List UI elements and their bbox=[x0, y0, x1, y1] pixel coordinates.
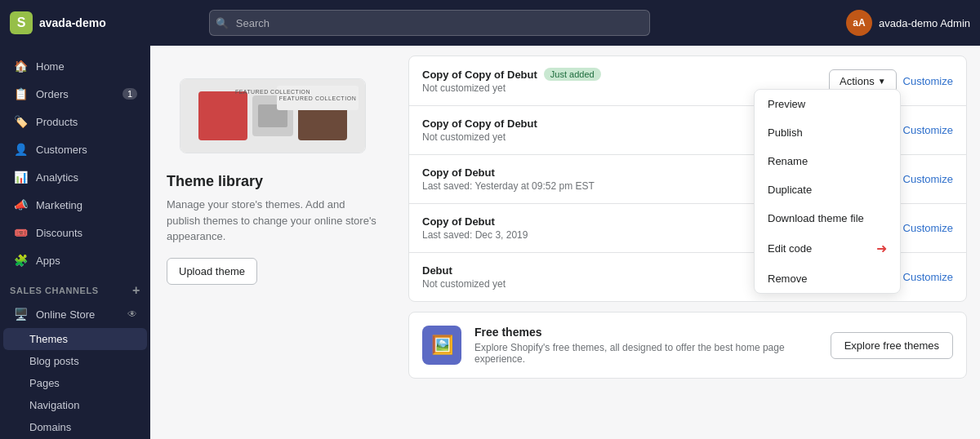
sidebar-item-customers[interactable]: 👤 Customers bbox=[3, 135, 147, 163]
free-themes-text: Free themes Explore Shopify's free theme… bbox=[474, 326, 817, 365]
dropdown-item-remove[interactable]: Remove bbox=[755, 264, 900, 293]
free-themes-title: Free themes bbox=[474, 326, 817, 339]
top-nav: S avada-demo 🔍 aA avada-demo Admin bbox=[0, 0, 980, 46]
dropdown-item-publish[interactable]: Publish bbox=[755, 118, 900, 147]
theme-name-1: Copy of Copy of Debut Just added bbox=[422, 68, 601, 81]
theme-meta-3: Last saved: Yesterday at 09:52 pm EST bbox=[422, 180, 595, 192]
sales-channels-header: SALES CHANNELS + bbox=[0, 274, 150, 300]
online-store-icon: 🖥️ bbox=[13, 307, 28, 321]
right-panel: Copy of Copy of Debut Just added Not cus… bbox=[395, 46, 980, 439]
theme-library-title: Theme library bbox=[167, 173, 379, 190]
customize-link-3[interactable]: Customize bbox=[903, 173, 953, 185]
sidebar-subitem-pages[interactable]: Pages bbox=[3, 372, 147, 394]
sidebar-item-label: Online Store bbox=[36, 308, 95, 321]
sidebar: 🏠 Home 📋 Orders 1 🏷️ Products 👤 Customer… bbox=[0, 46, 150, 439]
left-panel: FEATURED COLLECTION FEATURED COLLECTION … bbox=[150, 46, 395, 439]
dropdown-item-rename[interactable]: Rename bbox=[755, 147, 900, 175]
user-area[interactable]: aA avada-demo Admin bbox=[846, 10, 970, 36]
theme-meta-1: Not customized yet bbox=[422, 82, 601, 94]
theme-actions-5: Customize bbox=[903, 271, 953, 283]
add-sales-channel-button[interactable]: + bbox=[132, 284, 140, 297]
theme-name-4: Copy of Debut bbox=[422, 215, 528, 228]
dropdown-item-download[interactable]: Download theme file bbox=[755, 204, 900, 233]
sidebar-item-label: Products bbox=[36, 116, 78, 128]
search-bar: 🔍 bbox=[209, 10, 650, 36]
sidebar-subitem-domains[interactable]: Domains bbox=[3, 416, 147, 438]
chevron-down-icon: ▼ bbox=[878, 77, 886, 86]
marketing-icon: 📣 bbox=[13, 197, 28, 212]
theme-meta-4: Last saved: Dec 3, 2019 bbox=[422, 229, 528, 241]
sidebar-item-label: Discounts bbox=[36, 227, 82, 239]
theme-name-3: Copy of Debut bbox=[422, 166, 595, 179]
sidebar-subitem-navigation[interactable]: Navigation bbox=[3, 394, 147, 416]
sidebar-item-label: Apps bbox=[36, 255, 60, 267]
orders-badge: 1 bbox=[122, 88, 137, 100]
user-name: avada-demo Admin bbox=[879, 17, 970, 29]
preview-thumb-1 bbox=[198, 91, 247, 140]
sidebar-item-analytics[interactable]: 📊 Analytics bbox=[3, 163, 147, 191]
theme-info-1: Copy of Copy of Debut Just added Not cus… bbox=[422, 68, 601, 94]
sidebar-subitem-blog-posts[interactable]: Blog posts bbox=[3, 350, 147, 372]
preview-header-label: FEATURED COLLECTION bbox=[235, 82, 310, 97]
sidebar-item-label: Marketing bbox=[36, 199, 82, 211]
theme-meta-2: Not customized yet bbox=[422, 131, 537, 143]
sidebar-item-label: Orders bbox=[36, 88, 69, 100]
dropdown-item-duplicate[interactable]: Duplicate bbox=[755, 175, 900, 204]
search-icon: 🔍 bbox=[216, 17, 229, 29]
upload-theme-button[interactable]: Upload theme bbox=[167, 258, 257, 285]
customers-icon: 👤 bbox=[13, 142, 28, 157]
theme-row-1: Copy of Copy of Debut Just added Not cus… bbox=[409, 56, 966, 106]
sidebar-item-apps[interactable]: 🧩 Apps bbox=[3, 246, 147, 274]
avatar: aA bbox=[846, 10, 872, 36]
products-icon: 🏷️ bbox=[13, 114, 28, 129]
analytics-icon: 📊 bbox=[13, 170, 28, 184]
sidebar-item-online-store[interactable]: 🖥️ Online Store 👁 bbox=[3, 300, 147, 328]
sidebar-item-discounts[interactable]: 🎟️ Discounts bbox=[3, 219, 147, 246]
sidebar-item-products[interactable]: 🏷️ Products bbox=[3, 108, 147, 135]
sidebar-item-label: Home bbox=[36, 60, 65, 73]
sub-item-label: Pages bbox=[29, 377, 60, 389]
themes-image-icon: 🖼️ bbox=[431, 335, 453, 356]
theme-actions-3: Customize bbox=[903, 173, 953, 185]
theme-info-5: Debut Not customized yet bbox=[422, 264, 506, 290]
sub-item-label: Themes bbox=[29, 333, 68, 345]
free-themes-description: Explore Shopify's free themes, all desig… bbox=[474, 342, 817, 365]
sidebar-item-marketing[interactable]: 📣 Marketing bbox=[3, 191, 147, 219]
sidebar-item-orders[interactable]: 📋 Orders 1 bbox=[3, 80, 147, 108]
theme-info-3: Copy of Debut Last saved: Yesterday at 0… bbox=[422, 166, 595, 192]
content-area: FEATURED COLLECTION FEATURED COLLECTION … bbox=[150, 46, 980, 439]
sub-item-label: Blog posts bbox=[29, 355, 79, 367]
sidebar-item-label: Analytics bbox=[36, 171, 78, 184]
arrow-icon: ➜ bbox=[876, 241, 887, 256]
main-layout: 🏠 Home 📋 Orders 1 🏷️ Products 👤 Customer… bbox=[0, 46, 980, 439]
dropdown-item-edit-code[interactable]: Edit code ➜ bbox=[755, 233, 900, 264]
apps-icon: 🧩 bbox=[13, 253, 28, 268]
theme-meta-5: Not customized yet bbox=[422, 278, 506, 290]
brand-name: avada-demo bbox=[39, 16, 106, 29]
theme-actions-4: Customize bbox=[903, 222, 953, 234]
theme-info-2: Copy of Copy of Debut Not customized yet bbox=[422, 118, 537, 143]
customize-link-4[interactable]: Customize bbox=[903, 222, 953, 234]
customize-link-5[interactable]: Customize bbox=[903, 271, 953, 283]
theme-actions-2: Customize bbox=[903, 124, 953, 136]
explore-free-themes-button[interactable]: Explore free themes bbox=[831, 332, 953, 359]
shopify-icon: S bbox=[10, 11, 33, 34]
sidebar-item-label: Customers bbox=[36, 144, 87, 156]
actions-dropdown-menu: Preview Publish Rename Duplicate Downloa bbox=[754, 89, 901, 294]
dropdown-item-preview[interactable]: Preview bbox=[755, 90, 900, 118]
just-added-badge: Just added bbox=[544, 68, 601, 81]
sidebar-item-home[interactable]: 🏠 Home bbox=[3, 52, 147, 80]
customize-link-1[interactable]: Customize bbox=[903, 75, 953, 87]
preview-image: FEATURED COLLECTION FEATURED COLLECTION bbox=[180, 79, 365, 153]
discounts-icon: 🎟️ bbox=[13, 225, 28, 240]
brand-logo[interactable]: S avada-demo bbox=[10, 11, 106, 34]
theme-preview-card: FEATURED COLLECTION FEATURED COLLECTION bbox=[180, 78, 366, 153]
search-input[interactable] bbox=[209, 10, 650, 36]
sidebar-subitem-themes[interactable]: Themes bbox=[3, 328, 147, 350]
customize-link-2[interactable]: Customize bbox=[903, 124, 953, 136]
theme-library-description: Manage your store's themes. Add and publ… bbox=[167, 197, 379, 245]
theme-library-list: Copy of Copy of Debut Just added Not cus… bbox=[408, 55, 967, 302]
sub-item-label: Domains bbox=[29, 421, 71, 433]
orders-icon: 📋 bbox=[13, 86, 28, 101]
eye-icon[interactable]: 👁 bbox=[127, 308, 137, 320]
